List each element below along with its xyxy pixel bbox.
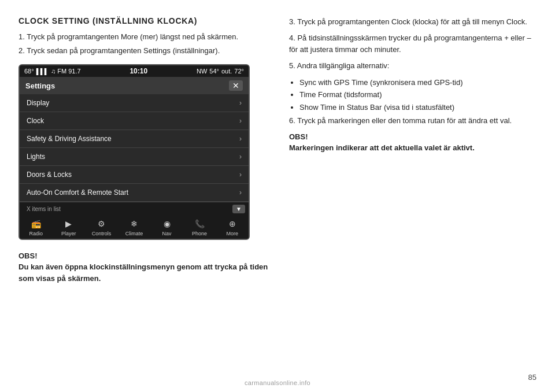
obs1-text: Du kan även öppna klockinställningsmenyn… — [18, 261, 271, 284]
obs-section-1: OBS! Du kan även öppna klockinställnings… — [18, 252, 271, 284]
nav-nav-label: Nav — [162, 231, 172, 236]
nav-player-label: Player — [61, 231, 76, 236]
menu-item-lights-label: Lights — [27, 153, 45, 161]
instruction-1: 1. Tryck på programtangenten More (mer) … — [18, 31, 271, 43]
menu-item-clock-label: Clock — [27, 117, 44, 125]
car-screen: 68° ▌▌▌ ♫ FM 91.7 10:10 NW 54° out. 72° … — [18, 64, 250, 240]
menu-item-display-label: Display — [27, 99, 49, 107]
arrow-icon-doors: › — [239, 171, 242, 179]
menu-item-display[interactable]: Display › — [20, 94, 249, 112]
bullet-item-1: Sync with GPS Time (synkronisera med GPS… — [299, 77, 536, 88]
alternatives-list: Sync with GPS Time (synkronisera med GPS… — [299, 77, 536, 113]
status-bar: 68° ▌▌▌ ♫ FM 91.7 10:10 NW 54° out. 72° — [20, 65, 249, 77]
climate-icon: ❄ — [127, 218, 141, 230]
bullet-item-2: Time Format (tidsformat) — [299, 89, 536, 101]
out-label: out. — [221, 68, 232, 75]
bullet-item-3: Show Time in Status Bar (visa tid i stat… — [299, 102, 536, 113]
nav-map-icon: ◉ — [160, 218, 174, 230]
nav-climate-label: Climate — [125, 231, 143, 236]
temp-left: 68° — [24, 68, 34, 75]
obs1-label: OBS! — [18, 252, 271, 260]
page-title: CLOCK SETTING (INSTÄLLNING KLOCKA) — [18, 16, 271, 25]
menu-item-doors[interactable]: Doors & Locks › — [20, 166, 249, 184]
screen-header: Settings ✕ — [20, 77, 249, 94]
radio-label: ♫ FM 91.7 — [51, 68, 81, 75]
nav-controls-label: Controls — [92, 231, 112, 236]
close-button[interactable]: ✕ — [229, 80, 243, 91]
nav-phone-label: Phone — [192, 231, 207, 236]
menu-item-safety[interactable]: Safety & Driving Assistance › — [20, 130, 249, 148]
status-time: 10:10 — [130, 67, 147, 75]
instruction-2: 2. Tryck sedan på programtangenten Setti… — [18, 45, 271, 57]
signal-icon: ▌▌▌ — [36, 68, 49, 75]
screen-header-title: Settings — [25, 82, 55, 90]
screen-footer: X items in list ▼ — [20, 201, 249, 216]
screen-menu: Display › Clock › Safety & Driving Assis… — [20, 94, 249, 201]
arrow-icon-clock: › — [239, 117, 242, 125]
nav-phone[interactable]: 📞 Phone — [186, 218, 213, 236]
arrow-icon-safety: › — [239, 135, 242, 143]
menu-item-safety-label: Safety & Driving Assistance — [27, 135, 112, 143]
nav-more[interactable]: ⊕ More — [219, 218, 246, 236]
status-left: 68° ▌▌▌ ♫ FM 91.7 — [24, 68, 81, 75]
status-right: NW 54° out. 72° — [197, 68, 244, 75]
scroll-down-button[interactable]: ▼ — [232, 205, 245, 213]
bottom-nav: 📻 Radio ▶ Player ⚙ Controls ❄ Climate — [20, 216, 249, 239]
nav-controls[interactable]: ⚙ Controls — [87, 218, 115, 236]
menu-item-clock[interactable]: Clock › — [20, 112, 249, 130]
radio-icon: 📻 — [29, 218, 43, 230]
bearing-label: 54° — [209, 68, 219, 75]
page-number: 85 — [528, 373, 536, 382]
arrow-icon-display: › — [239, 99, 242, 107]
obs2-label: OBS! — [289, 132, 536, 141]
nav-nav[interactable]: ◉ Nav — [153, 218, 181, 236]
menu-item-lights[interactable]: Lights › — [20, 148, 249, 166]
instruction-6: 6. Tryck på markeringen eller den tomma … — [289, 115, 536, 127]
menu-item-auto-label: Auto-On Comfort & Remote Start — [27, 188, 128, 197]
instruction-5: 5. Andra tillgängliga alternativ: — [289, 60, 536, 72]
nav-player[interactable]: ▶ Player — [55, 218, 83, 236]
direction-label: NW — [197, 68, 207, 75]
phone-icon: 📞 — [193, 218, 206, 230]
more-icon: ⊕ — [225, 218, 239, 230]
controls-icon: ⚙ — [94, 218, 108, 230]
nav-climate[interactable]: ❄ Climate — [120, 218, 148, 236]
player-icon: ▶ — [62, 218, 76, 230]
nav-more-label: More — [226, 231, 238, 236]
nav-radio[interactable]: 📻 Radio — [22, 218, 50, 236]
instruction-3: 3. Tryck på programtangenten Clock (kloc… — [289, 16, 536, 28]
items-count-label: X items in list — [23, 205, 64, 213]
obs2-text: Markeringen indikerar att det aktuella v… — [289, 142, 536, 154]
instruction-4: 4. På tidsinställningsskärmen trycker du… — [289, 32, 536, 56]
arrow-icon-auto: › — [239, 188, 242, 197]
arrow-icon-lights: › — [239, 153, 242, 161]
temp-right: 72° — [234, 68, 244, 75]
menu-item-auto[interactable]: Auto-On Comfort & Remote Start › — [20, 184, 249, 201]
nav-radio-label: Radio — [29, 231, 43, 236]
menu-item-doors-label: Doors & Locks — [27, 171, 72, 179]
watermark: carmanualsonline.info — [245, 379, 310, 386]
